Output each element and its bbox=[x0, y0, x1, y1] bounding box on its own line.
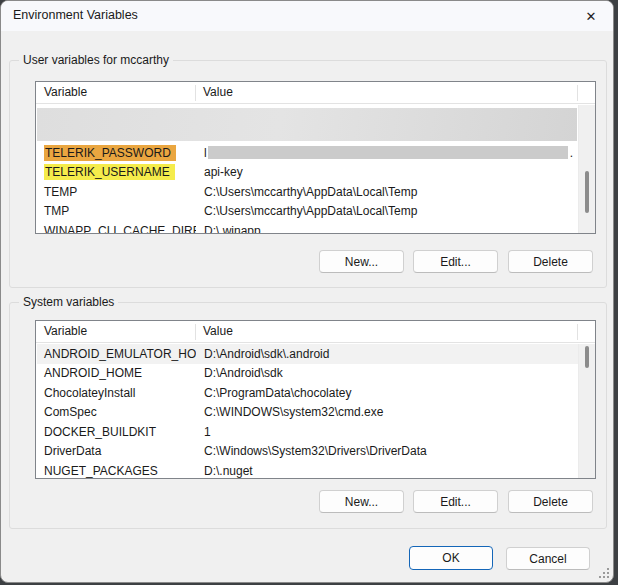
table-row[interactable]: DriverDataC:\Windows\System32\Drivers\Dr… bbox=[37, 442, 578, 462]
table-row[interactable]: ANDROID_EMULATOR_HOMED:\Android\sdk\.and… bbox=[37, 344, 578, 364]
redaction-bar bbox=[208, 146, 568, 159]
table-row[interactable]: ANDROID_HOMED:\Android\sdk bbox=[37, 364, 578, 384]
user-variables-table[interactable]: Variable Value TELERIK_PASSWORDl.TELERIK… bbox=[35, 81, 596, 234]
window-title: Environment Variables bbox=[13, 8, 138, 22]
variable-cell: TMP bbox=[37, 204, 196, 218]
column-header-variable[interactable]: Variable bbox=[44, 324, 87, 338]
highlight-annotation: TELERIK_PASSWORD bbox=[44, 145, 176, 161]
value-cell: D:\Android\sdk\.android bbox=[196, 347, 578, 361]
title-bar[interactable]: Environment Variables ✕ bbox=[1, 1, 613, 31]
highlight-annotation: TELERIK_USERNAME bbox=[44, 164, 175, 180]
system-variables-group-label: System variables bbox=[19, 295, 118, 309]
system-new-button[interactable]: New... bbox=[319, 490, 404, 513]
user-table-scrollbar[interactable] bbox=[578, 105, 595, 233]
variable-cell: ANDROID_EMULATOR_HOME bbox=[37, 347, 196, 361]
variable-cell: DriverData bbox=[37, 444, 196, 458]
column-divider[interactable] bbox=[195, 324, 196, 340]
scrollbar-thumb[interactable] bbox=[585, 171, 589, 213]
variable-cell: ComSpec bbox=[37, 405, 196, 419]
value-cell: C:\Windows\System32\Drivers\DriverData bbox=[196, 444, 578, 458]
system-table-scrollbar[interactable] bbox=[578, 344, 595, 478]
environment-variables-dialog: Environment Variables ✕ User variables f… bbox=[0, 0, 614, 583]
table-row[interactable]: ChocolateyInstallC:\ProgramData\chocolat… bbox=[37, 383, 578, 403]
table-row[interactable]: DOCKER_BUILDKIT1 bbox=[37, 422, 578, 442]
table-row[interactable]: NUGET_PACKAGESD:\.nuget bbox=[37, 461, 578, 478]
system-delete-button[interactable]: Delete bbox=[508, 490, 593, 513]
value-cell: C:\ProgramData\chocolatey bbox=[196, 386, 578, 400]
variable-cell: DOCKER_BUILDKIT bbox=[37, 425, 196, 439]
value-cell: C:\Users\mccarthy\AppData\Local\Temp bbox=[196, 185, 578, 199]
column-header-value[interactable]: Value bbox=[203, 85, 233, 99]
value-cell: D:\Android\sdk bbox=[196, 366, 578, 380]
system-table-header: Variable Value bbox=[36, 321, 595, 343]
close-button[interactable]: ✕ bbox=[575, 5, 607, 27]
variable-cell: WINAPP_CLI_CACHE_DIREC... bbox=[37, 224, 196, 233]
system-table-rows: ANDROID_EMULATOR_HOMED:\Android\sdk\.and… bbox=[37, 344, 578, 478]
table-row[interactable]: TEMPC:\Users\mccarthy\AppData\Local\Temp bbox=[37, 182, 578, 202]
system-variables-table[interactable]: Variable Value ANDROID_EMULATOR_HOMED:\A… bbox=[35, 320, 596, 479]
value-cell: D:\.winapp bbox=[196, 224, 578, 233]
user-variables-group-label: User variables for mccarthy bbox=[19, 53, 173, 67]
user-new-button[interactable]: New... bbox=[319, 250, 404, 273]
scrollbar-thumb[interactable] bbox=[585, 346, 589, 368]
value-cell: C:\WINDOWS\system32\cmd.exe bbox=[196, 405, 578, 419]
value-cell: C:\Users\mccarthy\AppData\Local\Temp bbox=[196, 204, 578, 218]
column-header-value[interactable]: Value bbox=[203, 324, 233, 338]
redacted-rows-block bbox=[37, 108, 577, 141]
column-header-variable[interactable]: Variable bbox=[44, 85, 87, 99]
user-edit-button[interactable]: Edit... bbox=[413, 250, 498, 273]
variable-cell: TEMP bbox=[37, 185, 196, 199]
value-cell: api-key bbox=[196, 165, 578, 179]
column-divider[interactable] bbox=[577, 85, 578, 101]
variable-cell: ChocolateyInstall bbox=[37, 386, 196, 400]
user-delete-button[interactable]: Delete bbox=[508, 250, 593, 273]
cancel-button[interactable]: Cancel bbox=[506, 547, 590, 570]
table-row[interactable]: WINAPP_CLI_CACHE_DIREC...D:\.winapp bbox=[37, 221, 578, 233]
variable-cell: ANDROID_HOME bbox=[37, 366, 196, 380]
value-cell: 1 bbox=[196, 425, 578, 439]
column-divider[interactable] bbox=[577, 324, 578, 340]
user-table-rows: TELERIK_PASSWORDl.TELERIK_USERNAMEapi-ke… bbox=[37, 143, 578, 233]
table-row[interactable]: TELERIK_PASSWORDl. bbox=[37, 143, 578, 163]
variable-cell: NUGET_PACKAGES bbox=[37, 464, 196, 478]
ok-button[interactable]: OK bbox=[409, 546, 493, 570]
table-row[interactable]: ComSpecC:\WINDOWS\system32\cmd.exe bbox=[37, 403, 578, 423]
table-row[interactable]: TMPC:\Users\mccarthy\AppData\Local\Temp bbox=[37, 202, 578, 222]
variable-cell: TELERIK_USERNAME bbox=[37, 164, 196, 180]
table-row[interactable]: TELERIK_USERNAMEapi-key bbox=[37, 163, 578, 183]
system-edit-button[interactable]: Edit... bbox=[413, 490, 498, 513]
resize-grip-icon[interactable] bbox=[598, 567, 609, 578]
value-cell: l. bbox=[196, 146, 578, 160]
variable-cell: TELERIK_PASSWORD bbox=[37, 145, 196, 161]
value-cell: D:\.nuget bbox=[196, 464, 578, 478]
close-icon: ✕ bbox=[586, 9, 597, 24]
column-divider[interactable] bbox=[195, 85, 196, 101]
user-table-header: Variable Value bbox=[36, 82, 595, 104]
